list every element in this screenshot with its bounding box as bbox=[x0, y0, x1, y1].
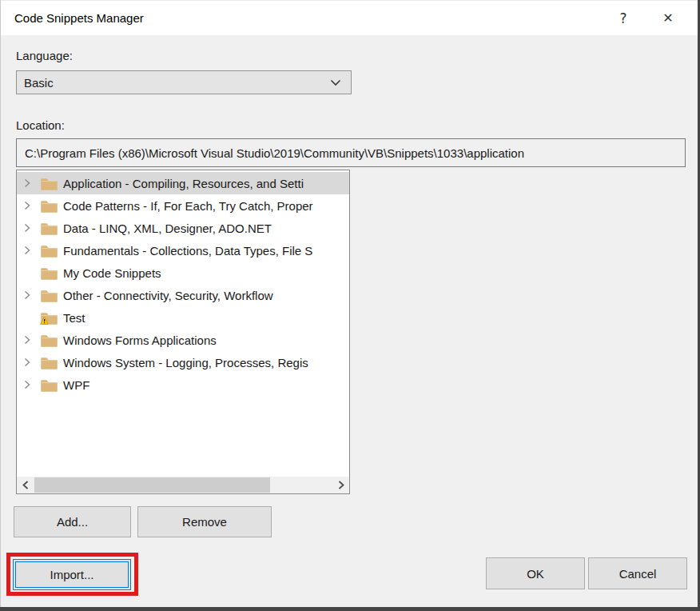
tree-item[interactable]: Windows System - Logging, Processes, Reg… bbox=[17, 351, 349, 373]
dialog-title: Code Snippets Manager bbox=[14, 11, 144, 25]
tree-item[interactable]: My Code Snippets bbox=[17, 262, 349, 284]
language-selected-value: Basic bbox=[24, 76, 330, 90]
folder-icon bbox=[41, 244, 58, 258]
folder-icon bbox=[41, 177, 58, 190]
expander-chevron-icon[interactable] bbox=[24, 380, 35, 389]
help-button[interactable]: ? bbox=[605, 1, 642, 35]
language-dropdown[interactable]: Basic bbox=[16, 70, 352, 94]
add-button[interactable]: Add... bbox=[14, 506, 131, 537]
tree-item[interactable]: Data - LINQ, XML, Designer, ADO.NET bbox=[17, 217, 349, 239]
folder-icon bbox=[41, 222, 58, 235]
help-icon: ? bbox=[619, 10, 626, 26]
tree-item[interactable]: Code Patterns - If, For Each, Try Catch,… bbox=[17, 194, 349, 217]
tree-item-label: My Code Snippets bbox=[63, 266, 161, 280]
folder-icon bbox=[41, 333, 58, 347]
folder-icon bbox=[41, 311, 58, 325]
folder-icon bbox=[41, 289, 58, 302]
language-label: Language: bbox=[16, 49, 73, 62]
import-button[interactable]: Import... bbox=[13, 559, 131, 590]
expander-chevron-icon[interactable] bbox=[24, 290, 35, 300]
tree-item-label: Application - Compiling, Resources, and … bbox=[63, 177, 304, 190]
scroll-left-arrow-icon[interactable] bbox=[17, 477, 34, 493]
tree-item-label: Fundamentals - Collections, Data Types, … bbox=[63, 244, 312, 258]
tree-item-label: Windows Forms Applications bbox=[63, 333, 217, 347]
location-path-value: C:\Program Files (x86)\Microsoft Visual … bbox=[25, 146, 524, 160]
tree-item-label: Other - Connectivity, Security, Workflow bbox=[63, 289, 273, 302]
tree-item-label: Code Patterns - If, For Each, Try Catch,… bbox=[63, 199, 313, 213]
snippet-folder-tree[interactable]: Application - Compiling, Resources, and … bbox=[16, 170, 350, 494]
tree-item[interactable]: Test bbox=[17, 306, 349, 329]
tree-rows: Application - Compiling, Resources, and … bbox=[17, 172, 349, 396]
tree-item[interactable]: Windows Forms Applications bbox=[17, 329, 349, 351]
scrollbar-thumb[interactable] bbox=[34, 477, 270, 493]
title-bar: Code Snippets Manager ? ✕ bbox=[1, 1, 698, 35]
location-path-field[interactable]: C:\Program Files (x86)\Microsoft Visual … bbox=[16, 138, 686, 167]
expander-chevron-icon[interactable] bbox=[24, 201, 35, 210]
remove-button[interactable]: Remove bbox=[137, 506, 272, 537]
tree-item[interactable]: Other - Connectivity, Security, Workflow bbox=[17, 284, 349, 306]
close-icon: ✕ bbox=[662, 10, 673, 26]
close-button[interactable]: ✕ bbox=[650, 1, 686, 35]
tree-item-label: Windows System - Logging, Processes, Reg… bbox=[63, 356, 308, 369]
chevron-down-icon bbox=[330, 79, 341, 86]
tree-item[interactable]: WPF bbox=[17, 373, 349, 396]
folder-icon bbox=[41, 378, 58, 392]
expander-chevron-icon[interactable] bbox=[24, 335, 35, 345]
folder-icon bbox=[41, 199, 58, 213]
ok-button[interactable]: OK bbox=[486, 557, 585, 589]
scroll-right-arrow-icon[interactable] bbox=[332, 477, 349, 493]
tree-item[interactable]: Fundamentals - Collections, Data Types, … bbox=[17, 239, 349, 262]
horizontal-scrollbar[interactable] bbox=[17, 477, 349, 493]
tree-item-label: Data - LINQ, XML, Designer, ADO.NET bbox=[63, 222, 272, 235]
tree-item[interactable]: Application - Compiling, Resources, and … bbox=[17, 172, 349, 194]
code-snippets-manager-dialog: Code Snippets Manager ? ✕ Language: Basi… bbox=[0, 0, 700, 611]
warning-icon bbox=[40, 313, 49, 327]
expander-chevron-icon[interactable] bbox=[24, 357, 35, 367]
expander-chevron-icon[interactable] bbox=[24, 246, 35, 255]
tree-item-label: Test bbox=[63, 311, 86, 325]
folder-icon bbox=[41, 266, 58, 280]
expander-chevron-icon[interactable] bbox=[24, 178, 35, 188]
tree-item-label: WPF bbox=[63, 378, 89, 392]
expander-chevron-icon[interactable] bbox=[24, 223, 35, 233]
cancel-button[interactable]: Cancel bbox=[588, 557, 687, 589]
location-label: Location: bbox=[16, 118, 65, 132]
folder-icon bbox=[41, 356, 58, 369]
